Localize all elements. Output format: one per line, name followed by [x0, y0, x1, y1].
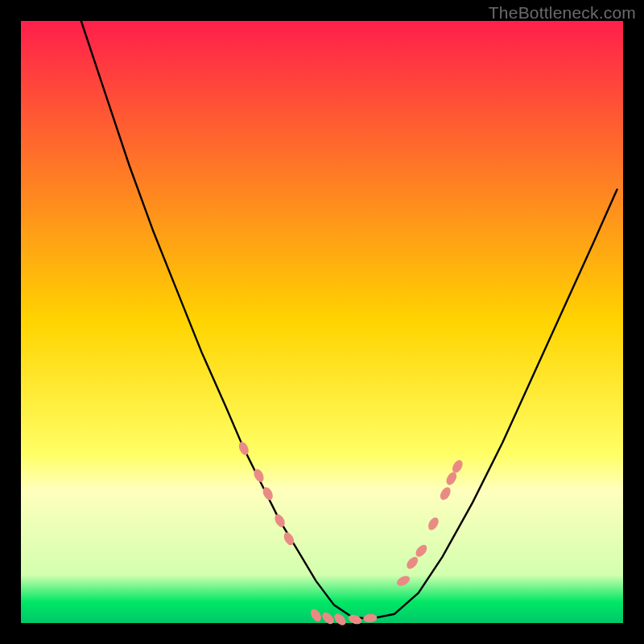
attribution-text: TheBottleneck.com [489, 3, 636, 23]
chart-stage: TheBottleneck.com [0, 0, 644, 644]
bottleneck-chart [0, 0, 644, 644]
